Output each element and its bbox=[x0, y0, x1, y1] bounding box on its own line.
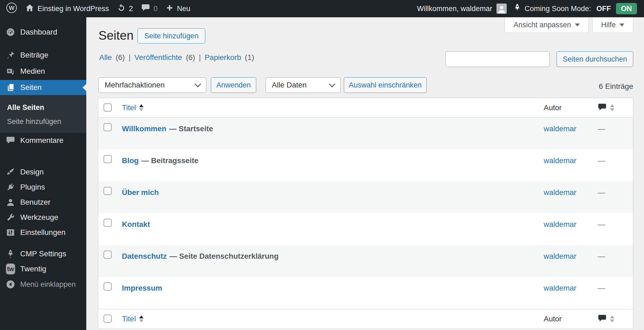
wordpress-menu-button[interactable]: W bbox=[0, 0, 21, 17]
sidebar-item-twentig[interactable]: tw Twentig bbox=[0, 261, 86, 277]
row-checkbox[interactable] bbox=[104, 282, 112, 291]
filter-link-papierkorb[interactable]: Papierkorb bbox=[205, 53, 241, 62]
sidebar-item-label: Twentig bbox=[20, 265, 46, 273]
sidebar-item-kommentare[interactable]: Kommentare bbox=[0, 133, 86, 148]
restrict-selection-button[interactable]: Auswahl einschränken bbox=[344, 77, 427, 93]
row-checkbox[interactable] bbox=[104, 155, 112, 163]
main-content: Ansicht anpassen Hilfe Seiten Seite hinz… bbox=[86, 17, 644, 330]
help-tab[interactable]: Hilfe bbox=[592, 17, 633, 33]
comments-sort-arrows[interactable] bbox=[610, 104, 614, 111]
screen-options-tab[interactable]: Ansicht anpassen bbox=[505, 17, 589, 33]
media-icon bbox=[6, 67, 15, 76]
sort-asc-icon bbox=[610, 315, 614, 318]
title-column-label: Titel bbox=[122, 103, 136, 112]
pages-table: Titel Autor bbox=[98, 98, 633, 329]
sidebar-item-design[interactable]: Design bbox=[0, 164, 86, 180]
page-title: Seiten bbox=[98, 28, 133, 43]
sidebar-item-label: Einstellungen bbox=[20, 228, 66, 237]
sidebar-item-medien[interactable]: Medien bbox=[0, 64, 86, 79]
bulk-actions-select[interactable]: Mehrfachaktionen bbox=[98, 77, 206, 93]
page-title-link[interactable]: Datenschutz bbox=[122, 252, 167, 260]
filter-link-veroeffentlichte[interactable]: Veröffentlichte bbox=[134, 53, 182, 62]
comments-cell: — bbox=[598, 284, 605, 292]
sidebar-item-label: Seiten bbox=[20, 83, 42, 92]
sidebar-item-cmp-settings[interactable]: CMP Settings bbox=[0, 246, 86, 261]
table-footer: Titel Autor bbox=[98, 309, 633, 329]
coming-soon-off-label[interactable]: OFF bbox=[597, 5, 611, 13]
comments-column-icon[interactable] bbox=[598, 314, 607, 324]
table-row: Impressum waldemar — bbox=[98, 277, 633, 309]
title-sort-arrows[interactable] bbox=[139, 104, 143, 111]
page-title-link[interactable]: Willkommen bbox=[122, 124, 166, 133]
coming-soon-on-button[interactable]: ON bbox=[616, 3, 637, 14]
row-checkbox[interactable] bbox=[104, 123, 112, 131]
screen-options-label: Ansicht anpassen bbox=[513, 21, 571, 29]
account-link[interactable]: Willkommen, waldemar bbox=[417, 5, 494, 13]
sort-by-title-link[interactable]: Titel bbox=[122, 315, 136, 323]
page-title-link[interactable]: Kontakt bbox=[122, 220, 150, 228]
page-title-link[interactable]: Impressum bbox=[122, 284, 162, 292]
date-filter-select[interactable]: Alle Daten bbox=[266, 77, 341, 93]
sidebar-item-benutzer[interactable]: Benutzer bbox=[0, 195, 86, 210]
title-column-label: Titel bbox=[122, 315, 136, 323]
author-link[interactable]: waldemar bbox=[544, 124, 576, 133]
sidebar-item-plugins[interactable]: Plugins bbox=[0, 180, 86, 195]
page-title-link[interactable]: Blog bbox=[122, 156, 139, 165]
new-content-link[interactable]: Neu bbox=[162, 0, 194, 17]
sidebar-collapse-button[interactable]: Menü einklappen bbox=[0, 277, 86, 292]
sidebar-item-einstellungen[interactable]: Einstellungen bbox=[0, 225, 86, 240]
submenu-item-seite-hinzufuegen[interactable]: Seite hinzufügen bbox=[0, 115, 86, 129]
sidebar-item-beitraege[interactable]: Beiträge bbox=[0, 48, 86, 63]
wordpress-admin: W Einstieg in WordPress 2 0 bbox=[0, 0, 644, 330]
sidebar-item-seiten[interactable]: Seiten bbox=[0, 80, 86, 95]
sort-asc-icon bbox=[139, 104, 143, 107]
filter-link-alle[interactable]: Alle bbox=[99, 53, 112, 62]
comments-column-icon[interactable] bbox=[598, 103, 607, 112]
filter-count: (1) bbox=[245, 53, 254, 62]
select-all-checkbox[interactable] bbox=[104, 315, 112, 323]
pages-icon bbox=[6, 83, 15, 92]
dashboard-icon bbox=[6, 28, 15, 37]
user-icon bbox=[6, 198, 15, 207]
add-page-button[interactable]: Seite hinzufügen bbox=[138, 28, 205, 43]
comments-link[interactable]: 0 bbox=[137, 0, 162, 17]
filter-count: (6) bbox=[116, 53, 125, 62]
seiten-submenu: Alle Seiten Seite hinzufügen bbox=[0, 95, 86, 133]
search-input[interactable] bbox=[446, 51, 550, 67]
updates-link[interactable]: 2 bbox=[113, 0, 137, 17]
chevron-down-icon bbox=[329, 81, 335, 87]
wordpress-logo-icon: W bbox=[6, 2, 17, 15]
author-link[interactable]: waldemar bbox=[544, 252, 576, 260]
table-header: Titel Autor bbox=[98, 98, 633, 118]
row-checkbox[interactable] bbox=[104, 219, 112, 227]
row-checkbox[interactable] bbox=[104, 187, 112, 195]
collapse-label: Menü einklappen bbox=[20, 280, 76, 289]
comments-sort-arrows[interactable] bbox=[610, 315, 614, 322]
sidebar-item-dashboard[interactable]: Dashboard bbox=[0, 25, 86, 40]
sort-by-title-link[interactable]: Titel bbox=[122, 103, 136, 112]
search-pages-button[interactable]: Seiten durchsuchen bbox=[557, 51, 633, 67]
settings-icon bbox=[6, 228, 15, 237]
submenu-item-alle-seiten[interactable]: Alle Seiten bbox=[0, 100, 86, 115]
admin-bar-right: Willkommen, waldemar Coming Soon Mode: O… bbox=[417, 0, 644, 17]
sort-desc-icon bbox=[610, 319, 614, 322]
select-all-checkbox[interactable] bbox=[104, 103, 112, 112]
author-link[interactable]: waldemar bbox=[544, 156, 576, 165]
author-link[interactable]: waldemar bbox=[544, 220, 576, 228]
row-checkbox[interactable] bbox=[104, 251, 112, 259]
admin-bar: W Einstieg in WordPress 2 0 bbox=[0, 0, 644, 17]
apply-button[interactable]: Anwenden bbox=[211, 77, 256, 93]
sidebar-item-label: Medien bbox=[20, 67, 45, 76]
author-link[interactable]: waldemar bbox=[544, 284, 576, 292]
chevron-down-icon bbox=[194, 81, 201, 87]
comments-count: 0 bbox=[153, 5, 157, 13]
pushpin-icon bbox=[6, 50, 15, 60]
sidebar-item-label: CMP Settings bbox=[20, 250, 66, 258]
sidebar-item-werkzeuge[interactable]: Werkzeuge bbox=[0, 210, 86, 225]
page-title-link[interactable]: Über mich bbox=[122, 188, 159, 197]
site-link[interactable]: Einstieg in WordPress bbox=[21, 0, 113, 17]
avatar[interactable] bbox=[496, 4, 507, 14]
author-link[interactable]: waldemar bbox=[544, 188, 576, 197]
title-sort-arrows[interactable] bbox=[139, 315, 143, 322]
table-row: Datenschutz— Seite Datenschutzerklärung … bbox=[98, 245, 633, 277]
